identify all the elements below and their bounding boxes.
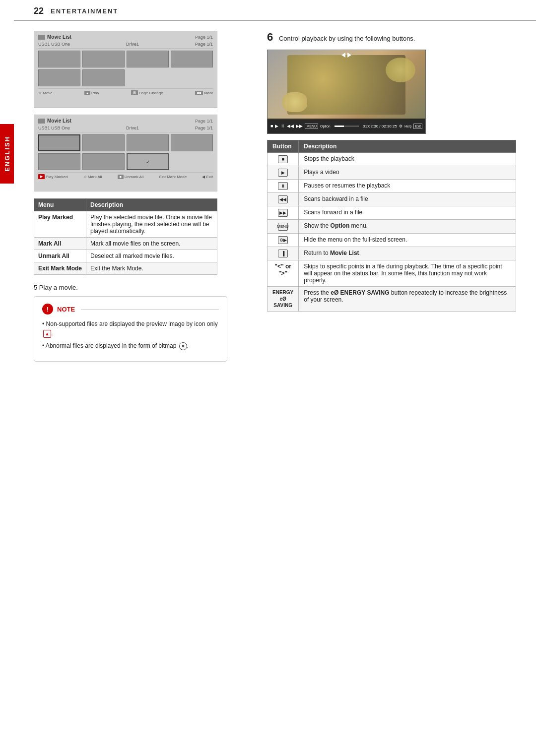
- table-row: ENERGYeØSAVING Press the eØ ENERGY SAVIN…: [268, 286, 516, 311]
- video-time: 01:02:30 / 02:30:25: [363, 124, 397, 128]
- stop-icon: ■: [278, 155, 288, 163]
- thumb-2: [82, 51, 125, 67]
- note-point-2: • Abnormal files are displayed in the fo…: [42, 341, 219, 351]
- table-row: Play Marked Play the selected movie file…: [34, 211, 217, 238]
- button-table: Button Description ■ Stops the playback …: [267, 140, 516, 312]
- desc-cell: Skips to specific points in a file durin…: [299, 260, 516, 286]
- energy-icon: ENERGYeØSAVING: [272, 289, 293, 309]
- video-preview: ■ ▶ ⏸ ◀◀ ▶▶ MENU Option 01:02:30 / 02:30…: [267, 50, 426, 134]
- page-number: 22: [34, 6, 44, 16]
- forward-button[interactable]: ▶▶: [296, 124, 303, 128]
- note-header: ! NOTE: [42, 304, 219, 315]
- thumb-s1: [38, 134, 80, 151]
- warning-icon: ▲: [43, 330, 51, 338]
- rewind-icon: ◀◀: [278, 195, 288, 203]
- table-row: ▶▶ Scans forward in a file: [268, 206, 516, 220]
- option-button[interactable]: Option: [320, 125, 331, 128]
- button-desc-header: Description: [299, 140, 516, 153]
- table-row: Unmark All Deselect all marked movie fil…: [34, 250, 217, 262]
- menu-cell: Play Marked: [34, 211, 86, 238]
- desc-col-header: Description: [86, 199, 217, 211]
- table-row: ■ Stops the playback: [268, 153, 516, 166]
- note-point-1: • Non-supported files are displayed the …: [42, 319, 219, 338]
- note-box: ! NOTE • Non-supported files are display…: [34, 296, 227, 362]
- thumb-s2: [82, 134, 125, 151]
- fastforward-icon: ▶▶: [278, 209, 288, 217]
- thumb-s6: [82, 153, 125, 170]
- table-row: Exit Mark Mode Exit the Mark Mode.: [34, 262, 217, 275]
- pause-icon: ⏸: [278, 182, 288, 190]
- desc-cell: Stops the playback: [299, 153, 516, 166]
- skip-icon: "<" or ">": [274, 263, 291, 277]
- thumb-1: [38, 51, 80, 67]
- desc-cell: Scans backward in a file: [299, 193, 516, 206]
- video-arrow-indicators: [341, 53, 351, 58]
- desc-cell: Exit the Mark Mode.: [86, 262, 217, 275]
- thumb-5: [38, 69, 80, 86]
- thumb-s7: ✓: [127, 153, 169, 170]
- table-row: ⏸ Pauses or resumes the playback: [268, 180, 516, 193]
- list-icon: ▐: [278, 250, 288, 257]
- thumb-6: [82, 69, 125, 86]
- stop-button[interactable]: ■: [270, 124, 273, 128]
- step6-number: 6: [267, 31, 273, 43]
- table-row: ▶ Plays a video: [268, 166, 516, 180]
- exit-button[interactable]: Exit: [413, 124, 422, 129]
- pause-button[interactable]: ⏸: [280, 124, 285, 128]
- table-row: Mark All Mark all movie files on the scr…: [34, 238, 217, 250]
- main-content: Movie List Page 1/1 USB1 USB One Drive1 …: [20, 21, 536, 372]
- step6-container: 6 Control playback by using the followin…: [267, 31, 516, 44]
- rewind-button[interactable]: ◀◀: [287, 124, 294, 128]
- screenshot2-bottom-bar: ▶Play Marked ☆ Mark All ■ Unmark All Exi…: [38, 172, 213, 179]
- x-icon: ✕: [179, 342, 187, 350]
- screenshot-movie-list-1: Movie List Page 1/1 USB1 USB One Drive1 …: [34, 31, 217, 108]
- step6-label: Control playback by using the following …: [279, 35, 415, 42]
- menu-cell: Mark All: [34, 238, 86, 250]
- right-column: 6 Control playback by using the followin…: [267, 31, 516, 362]
- desc-cell: Pauses or resumes the playback: [299, 180, 516, 193]
- play-button[interactable]: ▶: [275, 124, 278, 128]
- table-row: ▐ Return to Movie List.: [268, 247, 516, 260]
- desc-cell: Scans forward in a file: [299, 206, 516, 220]
- menu-col-header: Menu: [34, 199, 86, 211]
- hide-button[interactable]: ⚙: [399, 124, 402, 128]
- menu-icon: MENU: [278, 223, 288, 231]
- desc-cell: Mark all movie files on the screen.: [86, 238, 217, 250]
- desc-cell: Hide the menu on the full-sized screen.: [299, 233, 516, 247]
- left-arrow-icon: [341, 53, 345, 58]
- screenshot-movie-list-2: Movie List Page 1/1 USB1 USB One Drive1 …: [34, 115, 217, 191]
- left-column: Movie List Page 1/1 USB1 USB One Drive1 …: [34, 31, 252, 362]
- video-controls[interactable]: ■ ▶ ⏸ ◀◀ ▶▶ MENU Option 01:02:30 / 02:30…: [268, 119, 425, 133]
- thumb-s5: [38, 153, 80, 170]
- language-tab: ENGLISH: [0, 124, 14, 184]
- desc-cell: Press the eØ ENERGY SAVING button repeat…: [299, 286, 516, 311]
- table-row: MENU Show the Option menu.: [268, 220, 516, 234]
- screenshot-bottom-bar: ☆ Move ●Play ⊞Page Change ■■Mark: [38, 88, 213, 95]
- right-arrow-icon: [347, 53, 351, 58]
- page-title: ENTERTAINMENT: [51, 7, 118, 15]
- table-row: "<" or ">" Skips to specific points in a…: [268, 260, 516, 286]
- page-header: 22 ENTERTAINMENT: [14, 0, 536, 21]
- settings-icon: ⚙▶: [278, 236, 288, 244]
- thumb-s4: [171, 134, 213, 151]
- desc-cell: Deselect all marked movie files.: [86, 250, 217, 262]
- note-title: NOTE: [57, 306, 75, 313]
- desc-cell: Play the selected movie file. Once a mov…: [86, 211, 217, 238]
- table-row: ⚙▶ Hide the menu on the full-sized scree…: [268, 233, 516, 247]
- thumb-4: [171, 51, 213, 67]
- table-row: ◀◀ Scans backward in a file: [268, 193, 516, 206]
- step5-label: 5 Play a movie.: [34, 284, 252, 291]
- desc-cell: Plays a video: [299, 166, 516, 180]
- button-col-header: Button: [268, 140, 299, 153]
- desc-cell: Show the Option menu.: [299, 220, 516, 234]
- desc-cell: Return to Movie List.: [299, 247, 516, 260]
- thumb-3: [127, 51, 169, 67]
- menu-cell: Unmark All: [34, 250, 86, 262]
- note-icon: !: [42, 304, 53, 315]
- menu-button[interactable]: MENU: [305, 124, 318, 129]
- help-button[interactable]: Help: [404, 125, 411, 128]
- video-image: [268, 50, 425, 120]
- progress-bar[interactable]: [335, 126, 359, 127]
- menu-table: Menu Description Play Marked Play the se…: [34, 198, 217, 275]
- thumb-s3: [127, 134, 169, 151]
